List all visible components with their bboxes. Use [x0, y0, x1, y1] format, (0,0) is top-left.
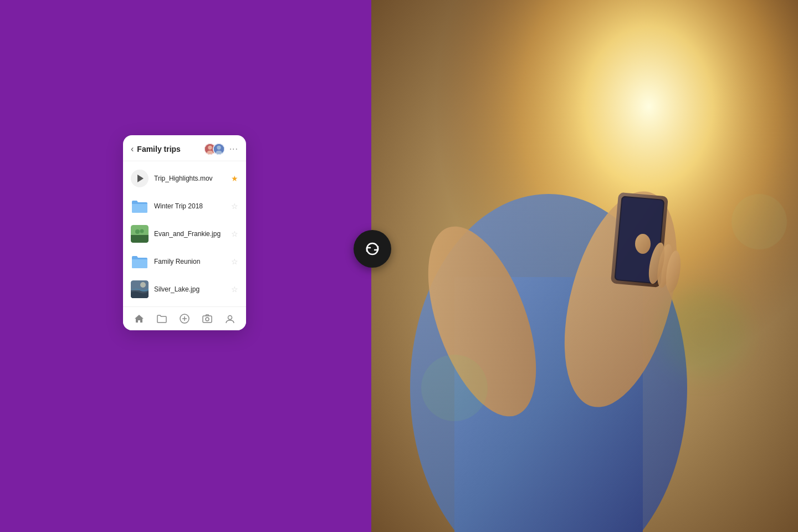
folder-icon-svg	[131, 198, 149, 214]
mobile-card: ‹ Family trips	[123, 135, 246, 330]
file-name: Winter Trip 2018	[154, 202, 231, 210]
video-file-icon	[131, 170, 149, 187]
more-options-button[interactable]: ···	[229, 144, 238, 154]
list-item[interactable]: Winter Trip 2018 ☆	[123, 192, 246, 220]
thumbnail	[131, 225, 149, 243]
svg-point-35	[732, 194, 787, 249]
svg-point-3	[217, 146, 221, 150]
list-item[interactable]: Silver_Lake.jpg ☆	[123, 275, 246, 303]
svg-point-33	[659, 288, 748, 377]
svg-rect-10	[131, 235, 149, 243]
svg-point-7	[135, 229, 140, 234]
file-name: Family Reunion	[154, 258, 231, 265]
svg-rect-17	[203, 316, 212, 323]
image-file-icon	[131, 225, 149, 243]
left-panel: ‹ Family trips	[0, 0, 371, 532]
svg-point-0	[208, 146, 212, 150]
right-panel	[371, 0, 798, 532]
home-nav-button[interactable]	[133, 313, 145, 325]
svg-point-8	[140, 229, 144, 233]
list-item[interactable]: Trip_Highlights.mov ★	[123, 165, 246, 192]
file-list: Trip_Highlights.mov ★ Winter Trip 2018 ☆	[123, 161, 246, 306]
svg-point-19	[228, 316, 232, 320]
card-header: ‹ Family trips	[123, 135, 246, 161]
star-button[interactable]: ☆	[231, 202, 238, 211]
star-button[interactable]: ☆	[231, 229, 238, 238]
sync-icon	[364, 240, 381, 258]
svg-point-34	[421, 355, 488, 421]
file-name: Trip_Highlights.mov	[154, 175, 231, 182]
play-icon-bg	[131, 170, 149, 187]
folder-file-icon	[131, 197, 149, 215]
list-item[interactable]: Family Reunion ☆	[123, 248, 246, 275]
avatar-2	[213, 143, 225, 155]
folder-title: Family trips	[137, 145, 203, 154]
star-button[interactable]: ☆	[231, 257, 238, 266]
play-icon	[137, 175, 144, 182]
add-nav-button[interactable]	[178, 313, 191, 325]
bottom-nav	[123, 306, 246, 330]
list-item[interactable]: Evan_and_Frankie.jpg ☆	[123, 220, 246, 248]
scene-svg	[371, 0, 798, 532]
folder-nav-button[interactable]	[156, 313, 168, 325]
avatar-2-initials	[213, 144, 224, 155]
sync-button[interactable]	[354, 230, 391, 268]
image-file-icon	[131, 280, 149, 298]
folder-icon-svg	[131, 254, 149, 269]
star-button[interactable]: ★	[231, 174, 238, 183]
svg-point-13	[140, 282, 146, 288]
back-button[interactable]: ‹	[131, 144, 134, 154]
avatar-group	[204, 143, 225, 155]
thumbnail	[131, 280, 149, 298]
user-nav-button[interactable]	[224, 313, 236, 325]
svg-point-18	[206, 318, 209, 321]
photo-nav-button[interactable]	[201, 313, 213, 325]
svg-point-32	[635, 234, 651, 254]
file-name: Silver_Lake.jpg	[154, 285, 231, 293]
file-name: Evan_and_Frankie.jpg	[154, 230, 231, 238]
star-button[interactable]: ☆	[231, 285, 238, 294]
scene	[371, 0, 798, 532]
folder-file-icon	[131, 253, 149, 270]
